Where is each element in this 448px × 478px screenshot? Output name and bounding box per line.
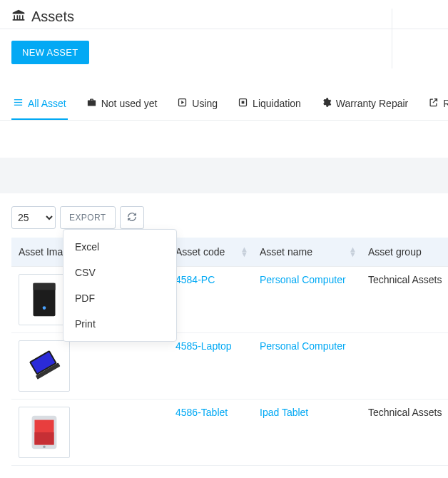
table-toolbar: 25 EXPORT Excel CSV PDF Print	[0, 193, 448, 238]
briefcase-icon	[86, 97, 97, 110]
tab-warranty-repair[interactable]: Warranty Repair	[320, 88, 409, 120]
list-icon	[13, 97, 24, 110]
tab-not-used-yet[interactable]: Not used yet	[85, 88, 159, 120]
column-header-label: Asset group	[368, 246, 422, 258]
column-header-label: Asset name	[260, 246, 312, 258]
tab-label: Liquidation	[253, 98, 301, 109]
export-button[interactable]: EXPORT	[60, 206, 116, 229]
asset-group-text: Technical Assets	[368, 274, 442, 285]
svg-rect-0	[14, 99, 22, 100]
table-row: 4585-Laptop Personal Computer	[11, 333, 448, 400]
svg-rect-5	[242, 101, 245, 104]
sort-icon: ▲▼	[349, 247, 357, 257]
asset-name-link[interactable]: Ipad Tablet	[260, 407, 308, 418]
column-header-label: Asset code	[175, 246, 225, 258]
pc-tower-icon	[24, 279, 65, 320]
tab-label: Warranty Repair	[336, 98, 408, 109]
asset-code-link[interactable]: 4586-Tablet	[175, 407, 228, 418]
asset-name-link[interactable]: Personal Computer	[260, 274, 346, 285]
asset-name-link[interactable]: Personal Computer	[260, 340, 346, 352]
export-option-print[interactable]: Print	[63, 311, 176, 337]
svg-rect-1	[14, 102, 22, 103]
column-header-name[interactable]: Asset name▲▼	[253, 238, 361, 267]
svg-rect-2	[14, 105, 22, 106]
play-icon	[177, 97, 188, 110]
tab-label: Not used yet	[101, 98, 158, 109]
tab-using[interactable]: Using	[175, 88, 219, 120]
refresh-button[interactable]	[120, 206, 144, 229]
svg-point-8	[43, 306, 46, 310]
tab-label: All Asset	[28, 98, 66, 109]
laptop-icon	[24, 345, 65, 387]
page-title: Assets	[31, 9, 74, 25]
asset-code-link[interactable]: 4585-Laptop	[175, 340, 232, 352]
table-row: 4586-Tablet Ipad Tablet Technical Assets	[11, 400, 448, 466]
page-header: Assets	[0, 0, 448, 29]
stop-icon	[238, 97, 248, 110]
export-dropdown: Excel CSV PDF Print	[63, 229, 177, 342]
svg-rect-7	[34, 283, 56, 290]
asset-group-text: Technical Assets	[368, 407, 442, 418]
asset-code-link[interactable]: 4584-PC	[175, 274, 215, 285]
new-asset-button[interactable]: NEW ASSET	[11, 41, 89, 64]
external-icon	[428, 97, 439, 110]
new-asset-wrap: NEW ASSET	[0, 29, 448, 76]
column-header-group[interactable]: Asset group	[361, 238, 448, 267]
asset-thumbnail[interactable]	[19, 407, 70, 458]
tabs: All Asset Not used yet Using Liquidation…	[0, 88, 448, 121]
asset-thumbnail[interactable]	[19, 340, 70, 392]
export-option-pdf[interactable]: PDF	[63, 285, 176, 311]
tab-report[interactable]: Report lo	[427, 88, 448, 120]
svg-rect-14	[34, 432, 54, 444]
refresh-icon	[127, 212, 137, 224]
sort-icon: ▲▼	[240, 247, 248, 257]
content-gap	[0, 158, 448, 193]
bank-icon	[11, 9, 26, 25]
tab-label: Using	[192, 98, 218, 109]
tab-liquidation[interactable]: Liquidation	[236, 88, 302, 120]
gear-icon	[321, 97, 332, 110]
tab-all-asset[interactable]: All Asset	[11, 88, 68, 120]
page-size-select[interactable]: 25	[11, 206, 56, 229]
svg-point-15	[43, 446, 45, 448]
export-option-excel[interactable]: Excel	[63, 234, 176, 260]
export-option-csv[interactable]: CSV	[63, 260, 176, 285]
column-header-code[interactable]: Asset code▲▼	[168, 238, 253, 267]
tablet-icon	[24, 412, 65, 453]
tab-label: Report lo	[443, 98, 448, 109]
